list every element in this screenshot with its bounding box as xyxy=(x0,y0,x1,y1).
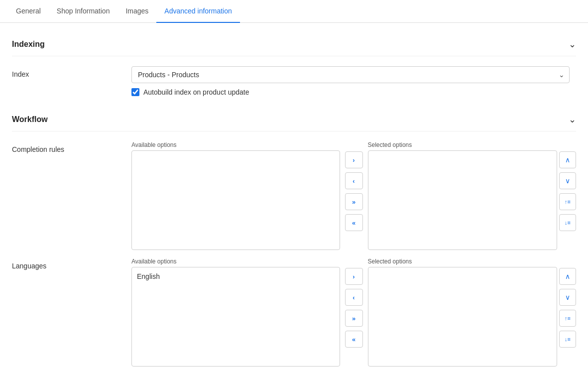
completion-sort-desc-btn[interactable]: ↓≡ xyxy=(559,214,576,231)
indexing-section-header: Indexing ⌄ xyxy=(12,33,576,56)
tab-shop-information[interactable]: Shop Information xyxy=(49,0,118,23)
languages-transfer-buttons: › ‹ » « xyxy=(340,268,368,348)
completion-available-box: Available options xyxy=(131,141,340,250)
languages-control: Available options English › ‹ » « xyxy=(131,258,576,367)
completion-available-label: Available options xyxy=(131,141,340,148)
languages-sort-asc-btn[interactable]: ↑≡ xyxy=(559,310,576,327)
index-select-wrapper: Products - Products ⌄ Autobuild index on… xyxy=(131,66,576,96)
autobuild-label: Autobuild index on product update xyxy=(143,88,249,96)
completion-sort-asc-btn[interactable]: ↑≡ xyxy=(559,193,576,210)
indexing-section: Indexing ⌄ Index Products - Products ⌄ A… xyxy=(12,33,576,96)
languages-available-label: Available options xyxy=(131,258,340,265)
completion-down-btn[interactable]: ∨ xyxy=(559,172,576,189)
languages-move-all-left-btn[interactable]: « xyxy=(345,331,363,348)
completion-transfer-section: Available options › ‹ » « Selected optio… xyxy=(131,141,576,250)
languages-move-all-right-btn[interactable]: » xyxy=(345,310,363,327)
completion-move-left-btn[interactable]: ‹ xyxy=(345,172,363,189)
tab-images[interactable]: Images xyxy=(118,0,156,23)
completion-move-all-left-btn[interactable]: « xyxy=(345,214,363,231)
index-row: Index Products - Products ⌄ Autobuild in… xyxy=(12,66,576,96)
completion-rules-control: Available options › ‹ » « Selected optio… xyxy=(131,141,576,250)
tab-general[interactable]: General xyxy=(8,0,49,23)
autobuild-row: Autobuild index on product update xyxy=(131,88,576,96)
autobuild-checkbox[interactable] xyxy=(131,88,139,96)
completion-selected-wrapper: Selected options ∧ ∨ ↑≡ ↓≡ xyxy=(368,141,577,250)
languages-right-actions: ∧ ∨ ↑≡ ↓≡ xyxy=(559,268,576,348)
completion-move-all-right-btn[interactable]: » xyxy=(345,193,363,210)
completion-selected-box: Selected options xyxy=(368,141,558,250)
completion-selected-label: Selected options xyxy=(368,141,558,148)
workflow-title: Workflow xyxy=(12,115,48,124)
index-label: Index xyxy=(12,66,131,78)
languages-available-list[interactable]: English xyxy=(131,267,340,367)
completion-rules-row: Completion rules Available options › ‹ »… xyxy=(12,141,576,250)
completion-selected-list[interactable] xyxy=(368,150,558,250)
languages-move-left-btn[interactable]: ‹ xyxy=(345,289,363,306)
completion-transfer-buttons: › ‹ » « xyxy=(340,151,368,231)
indexing-title: Indexing xyxy=(12,40,45,49)
languages-up-btn[interactable]: ∧ xyxy=(559,268,576,285)
index-dropdown-wrapper: Products - Products ⌄ xyxy=(131,66,570,83)
languages-selected-wrapper: Selected options ∧ ∨ ↑≡ ↓≡ xyxy=(368,258,577,367)
workflow-collapse-icon[interactable]: ⌄ xyxy=(569,114,576,125)
languages-available-box: Available options English xyxy=(131,258,340,367)
languages-selected-box: Selected options xyxy=(368,258,558,367)
language-english-item[interactable]: English xyxy=(132,269,340,283)
tab-bar: General Shop Information Images Advanced… xyxy=(0,0,588,23)
languages-down-btn[interactable]: ∨ xyxy=(559,289,576,306)
main-content: Indexing ⌄ Index Products - Products ⌄ A… xyxy=(0,23,588,374)
index-select[interactable]: Products - Products xyxy=(131,66,570,83)
languages-move-right-btn[interactable]: › xyxy=(345,268,363,285)
completion-up-btn[interactable]: ∧ xyxy=(559,151,576,168)
completion-rules-label: Completion rules xyxy=(12,141,131,153)
indexing-collapse-icon[interactable]: ⌄ xyxy=(569,39,576,50)
completion-available-list[interactable] xyxy=(131,150,340,250)
completion-right-actions: ∧ ∨ ↑≡ ↓≡ xyxy=(559,151,576,231)
tab-advanced-information[interactable]: Advanced information xyxy=(156,0,239,23)
languages-selected-list[interactable] xyxy=(368,267,558,367)
languages-transfer-section: Available options English › ‹ » « xyxy=(131,258,576,367)
workflow-section-header: Workflow ⌄ xyxy=(12,108,576,131)
languages-row: Languages Available options English › ‹ xyxy=(12,258,576,367)
languages-selected-label: Selected options xyxy=(368,258,558,265)
completion-move-right-btn[interactable]: › xyxy=(345,151,363,168)
languages-label: Languages xyxy=(12,258,131,270)
workflow-section: Workflow ⌄ Completion rules Available op… xyxy=(12,108,576,367)
languages-sort-desc-btn[interactable]: ↓≡ xyxy=(559,331,576,348)
